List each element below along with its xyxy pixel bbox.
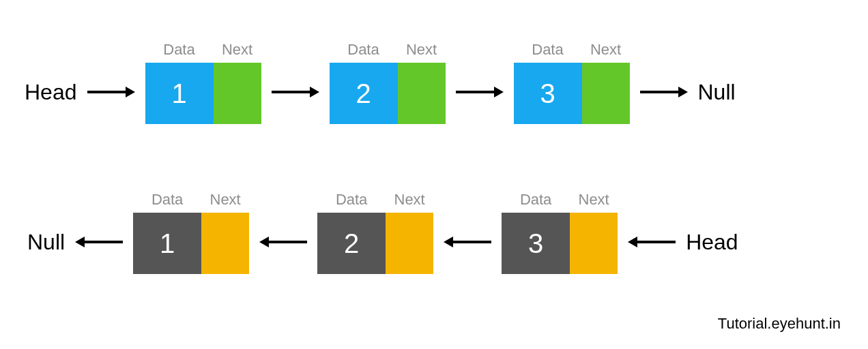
node-header-data: Data	[330, 41, 398, 63]
list-node: Data Next 1	[133, 191, 249, 274]
node-header-next: Next	[570, 191, 618, 213]
head-label: Head	[686, 211, 738, 273]
svg-marker-1	[126, 87, 135, 97]
arrow-left-icon	[618, 211, 686, 273]
node-next-cell	[398, 63, 446, 124]
svg-marker-13	[444, 237, 453, 247]
svg-marker-5	[494, 87, 504, 97]
svg-marker-15	[628, 237, 637, 247]
arrow-left-icon	[65, 211, 133, 273]
arrow-right-icon	[261, 61, 330, 123]
node-data-cell: 3	[502, 213, 570, 274]
node-next-cell	[570, 213, 618, 274]
node-header-next: Next	[386, 191, 433, 213]
svg-marker-3	[310, 87, 319, 97]
node-header-data: Data	[317, 191, 386, 213]
node-header-next: Next	[214, 41, 261, 63]
node-data-cell: 2	[330, 63, 398, 124]
list-node: Data Next 3	[502, 191, 618, 274]
svg-marker-11	[259, 237, 269, 247]
node-header-data: Data	[133, 191, 201, 213]
list-node: Data Next 2	[330, 41, 446, 124]
svg-marker-9	[75, 237, 85, 247]
linked-list-original: Head Data Next 1 Data Next 2 Data Nex	[25, 41, 736, 124]
list-node: Data Next 2	[317, 191, 433, 274]
svg-marker-7	[678, 87, 688, 97]
arrow-right-icon	[77, 61, 145, 123]
node-data-cell: 2	[317, 213, 386, 274]
node-header-next: Next	[201, 191, 249, 213]
null-label: Null	[27, 211, 65, 273]
node-data-cell: 1	[145, 63, 214, 124]
null-label: Null	[698, 61, 736, 123]
node-header-next: Next	[398, 41, 446, 63]
node-next-cell	[201, 213, 249, 274]
node-header-data: Data	[145, 41, 214, 63]
list-node: Data Next 3	[514, 41, 630, 124]
node-next-cell	[214, 63, 261, 124]
node-next-cell	[582, 63, 630, 124]
node-header-next: Next	[582, 41, 630, 63]
arrow-right-icon	[630, 61, 698, 123]
arrow-left-icon	[249, 211, 317, 273]
linked-list-reversed: Null Data Next 1 Data Next 2 Data Nex	[27, 191, 738, 274]
node-data-cell: 3	[514, 63, 582, 124]
node-header-data: Data	[502, 191, 570, 213]
node-header-data: Data	[514, 41, 582, 63]
list-node: Data Next 1	[145, 41, 261, 124]
arrow-right-icon	[446, 61, 514, 123]
arrow-left-icon	[433, 211, 502, 273]
head-label: Head	[25, 61, 77, 123]
watermark: Tutorial.eyehunt.in	[718, 315, 841, 333]
node-next-cell	[386, 213, 433, 274]
node-data-cell: 1	[133, 213, 201, 274]
